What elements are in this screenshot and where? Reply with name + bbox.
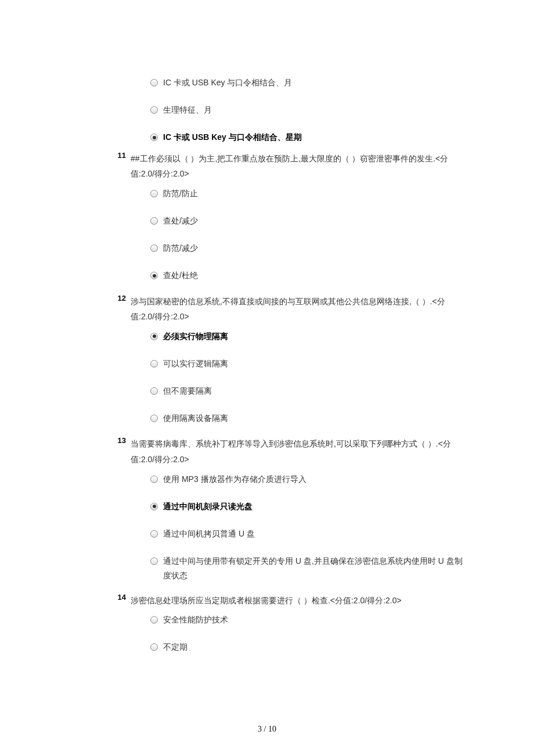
radio-icon[interactable] [150, 360, 158, 368]
option-text: 生理特征、月 [163, 103, 464, 117]
options-list: 必须实行物理隔离 可以实行逻辑隔离 但不需要隔离 使用隔离设备隔离 [131, 329, 464, 427]
question-block-11: 11 ##工作必须以（ ）为主,把工作重点放在预防上,最大限度的（ ）窃密泄密事… [70, 151, 464, 294]
option-row: 通过中间机拷贝普通 U 盘 [150, 527, 464, 542]
radio-icon[interactable] [150, 476, 158, 483]
radio-icon[interactable] [150, 643, 158, 651]
options-list: 安全性能防护技术 不定期 [131, 613, 464, 656]
question-text: 当需要将病毒库、系统补丁程序等导入到涉密信息系统时,可以采取下列哪种方式（ ）.… [131, 436, 464, 467]
radio-icon[interactable] [150, 557, 158, 565]
question-block-13: 13 当需要将病毒库、系统补丁程序等导入到涉密信息系统时,可以采取下列哪种方式（… [70, 436, 464, 592]
question-number: 13 [118, 436, 126, 445]
question-text: 涉与国家秘密的信息系统,不得直接或间接的与互联网或其他公共信息网络连接,（ ）.… [131, 294, 464, 325]
radio-wrap [150, 103, 163, 118]
radio-icon[interactable] [150, 190, 158, 197]
radio-icon[interactable] [150, 79, 158, 87]
question-number-col: 14 [70, 593, 131, 665]
option-row: 通过中间机刻录只读光盘 [150, 499, 464, 515]
option-row: IC 卡或 USB Key 与口令相结合、月 [150, 75, 464, 91]
radio-icon[interactable] [150, 415, 158, 422]
question-number: 11 [118, 151, 126, 160]
question-text: 涉密信息处理场所应当定期或者根据需要进行（ ）检查.<分值:2.0/得分:2.0… [131, 593, 464, 609]
radio-icon[interactable] [150, 244, 158, 252]
option-text: 防范/减少 [163, 241, 464, 255]
question-block-14: 14 涉密信息处理场所应当定期或者根据需要进行（ ）检查.<分值:2.0/得分:… [70, 593, 464, 665]
option-row: 安全性能防护技术 [150, 613, 464, 628]
radio-icon[interactable] [150, 106, 158, 114]
option-text: 查处/杜绝 [163, 268, 464, 283]
question-number: 14 [118, 593, 126, 602]
option-row: IC 卡或 USB Key 与口令相结合、星期 [150, 130, 464, 146]
option-row: 防范/防止 [150, 186, 464, 202]
option-text: 使用隔离设备隔离 [163, 411, 464, 426]
option-text: 不定期 [163, 640, 464, 654]
question-text: ##工作必须以（ ）为主,把工作重点放在预防上,最大限度的（ ）窃密泄密事件的发… [131, 151, 464, 182]
option-row: 生理特征、月 [150, 103, 464, 118]
option-text: 但不需要隔离 [163, 384, 464, 398]
question-number-col: 11 [70, 151, 131, 294]
radio-icon[interactable] [150, 530, 158, 538]
options-list: 使用 MP3 播放器作为存储介质进行导入 通过中间机刻录只读光盘 通过中间机拷贝… [131, 472, 464, 584]
radio-wrap [150, 130, 163, 146]
option-text: 通过中间与使用带有锁定开关的专用 U 盘,并且确保在涉密信息系统内使用时 U 盘… [163, 554, 464, 583]
option-text: 使用 MP3 播放器作为存储介质进行导入 [163, 472, 464, 487]
halftone-decoration [70, 150, 122, 174]
option-row: 通过中间与使用带有锁定开关的专用 U 盘,并且确保在涉密信息系统内使用时 U 盘… [131, 554, 464, 583]
option-text: 安全性能防护技术 [163, 613, 464, 627]
options-list: 防范/防止 查处/减少 防范/减少 查处/杜绝 [131, 186, 464, 285]
halftone-decoration [70, 293, 122, 317]
question-number-col: 13 [70, 436, 131, 592]
radio-icon[interactable] [150, 217, 158, 225]
option-text: IC 卡或 USB Key 与口令相结合、月 [163, 75, 464, 90]
option-text: 防范/防止 [163, 186, 464, 201]
question-content: 涉与国家秘密的信息系统,不得直接或间接的与互联网或其他公共信息网络连接,（ ）.… [131, 294, 464, 437]
radio-icon[interactable] [150, 616, 158, 624]
option-row: 必须实行物理隔离 [150, 329, 464, 345]
radio-wrap [150, 75, 163, 91]
question-block-12: 12 涉与国家秘密的信息系统,不得直接或间接的与互联网或其他公共信息网络连接,（… [70, 294, 464, 437]
orphan-options: IC 卡或 USB Key 与口令相结合、月 生理特征、月 IC 卡或 USB … [70, 75, 464, 146]
option-text: IC 卡或 USB Key 与口令相结合、星期 [163, 130, 464, 145]
halftone-decoration [70, 592, 122, 604]
option-row: 不定期 [150, 640, 464, 656]
page-footer: 3 / 10 [0, 725, 534, 734]
option-text: 可以实行逻辑隔离 [163, 357, 464, 371]
radio-icon-selected[interactable] [150, 272, 158, 279]
halftone-decoration [70, 435, 122, 459]
radio-icon[interactable] [150, 387, 158, 395]
option-row: 但不需要隔离 [150, 384, 464, 399]
option-row: 查处/杜绝 [150, 268, 464, 284]
question-content: 涉密信息处理场所应当定期或者根据需要进行（ ）检查.<分值:2.0/得分:2.0… [131, 593, 464, 665]
option-row: 使用 MP3 播放器作为存储介质进行导入 [150, 472, 464, 488]
radio-icon-selected[interactable] [150, 503, 158, 510]
question-content: ##工作必须以（ ）为主,把工作重点放在预防上,最大限度的（ ）窃密泄密事件的发… [131, 151, 464, 294]
radio-icon-selected[interactable] [150, 134, 158, 141]
question-number-col: 12 [70, 294, 131, 437]
question-content: 当需要将病毒库、系统补丁程序等导入到涉密信息系统时,可以采取下列哪种方式（ ）.… [131, 436, 464, 592]
radio-icon-selected[interactable] [150, 333, 158, 340]
option-row: 使用隔离设备隔离 [150, 411, 464, 427]
option-text: 通过中间机拷贝普通 U 盘 [163, 527, 464, 541]
option-text: 必须实行物理隔离 [163, 329, 464, 344]
option-row: 防范/减少 [150, 241, 464, 257]
option-row: 查处/减少 [150, 214, 464, 229]
option-text: 查处/减少 [163, 214, 464, 228]
option-text: 通过中间机刻录只读光盘 [163, 499, 464, 514]
question-number: 12 [118, 294, 126, 303]
option-row: 可以实行逻辑隔离 [150, 357, 464, 372]
